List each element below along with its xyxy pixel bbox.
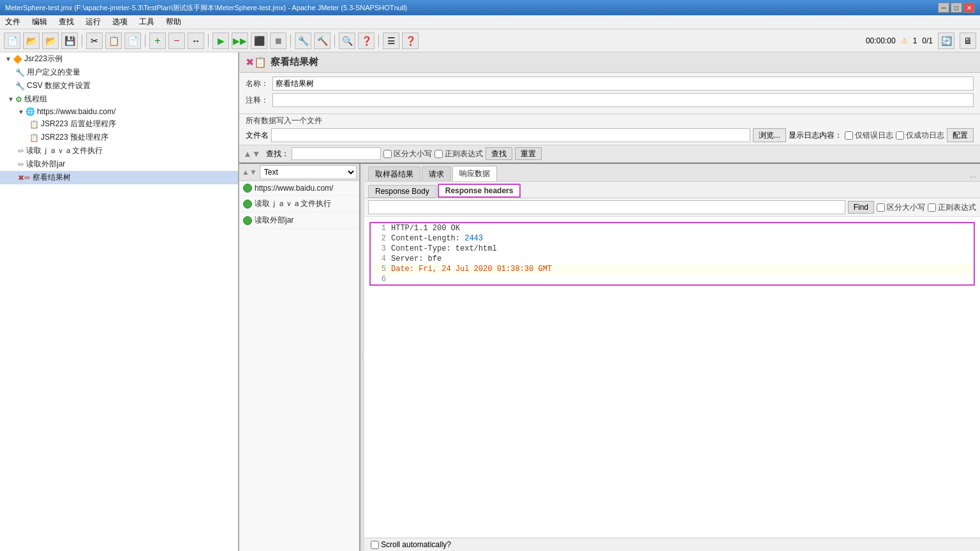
regex-label[interactable]: 正则表达式 [434,149,483,159]
detail-search-input[interactable] [368,200,845,214]
list-item-baidu[interactable]: https://www.baidu.com/ [239,181,359,196]
file-input[interactable] [271,128,750,142]
response-line-5: 5 Date: Fri, 24 Jul 2020 01:38:30 GMT [371,264,974,274]
detail-case-label[interactable]: 区分大小写 [877,202,925,213]
reset-button[interactable]: 重置 [515,147,542,160]
find-button[interactable]: 查找 [486,147,512,160]
expand-jsr223[interactable]: ▼ [5,55,11,62]
tree-label-jsr223-pre: JSR223 预处理程序 [41,132,108,143]
tree-item-view-results[interactable]: ✖✏ 察看结果树 [0,171,238,184]
list-view-button[interactable]: ☰ [383,33,399,49]
expand-button[interactable]: ↔ [188,33,204,49]
name-input[interactable] [272,77,974,91]
tree-item-read-jar[interactable]: ✏ 读取外部jar [0,158,238,171]
view-type-dropdown[interactable]: Text RegExp Tester CSS/JQuery Tester XPa… [260,165,357,179]
expand-thread[interactable]: ▼ [8,96,14,103]
response-line-3: 3 Content-Type: text/html [371,244,974,254]
counter: 0/1 [922,36,933,45]
add-button[interactable]: + [149,33,166,49]
menu-run[interactable]: 运行 [83,16,103,28]
revert-button[interactable]: 📂 [42,33,59,49]
file-section-label: 所有数据写入一个文件 [246,115,974,126]
tree-item-thread-group[interactable]: ▼ ⚙ 线程组 [0,92,238,106]
case-sensitive-checkbox[interactable] [383,150,392,158]
search-button[interactable]: 🔍 [339,33,355,49]
tree-item-jsr223-pre[interactable]: 📋 JSR223 预处理程序 [0,131,238,144]
success-log-checkbox[interactable] [896,131,904,140]
detail-regex-label[interactable]: 正则表达式 [928,202,976,213]
comment-input[interactable] [272,93,974,107]
list-item-java[interactable]: 读取ｊａｖａ文件执行 [239,196,359,212]
regex-checkbox[interactable] [434,150,443,158]
menu-file[interactable]: 文件 [3,16,23,28]
browse-button[interactable]: 浏览... [753,128,786,142]
error-log-label[interactable]: 仅错误日志 [845,130,893,141]
clear-all-button[interactable]: 🔨 [314,33,330,49]
minimize-button[interactable]: ─ [938,3,949,13]
tree-item-read-java[interactable]: ✏ 读取ｊａｖａ文件执行 [0,144,238,158]
menu-tools[interactable]: 工具 [137,16,157,28]
config-button[interactable]: 配置 [947,128,974,142]
expand-baidu[interactable]: ▼ [18,108,24,115]
help-button[interactable]: ❓ [358,33,375,49]
help2-button[interactable]: ❓ [402,33,419,49]
new-button[interactable]: 📄 [4,33,20,49]
detail-case-checkbox[interactable] [877,203,885,212]
scroll-auto-label[interactable]: Scroll automatically? [371,540,451,549]
detail-regex-checkbox[interactable] [928,203,936,212]
line1-text: HTTP/1.1 200 OK [391,224,460,233]
scroll-auto-checkbox[interactable] [371,541,379,549]
window-title: MeterSphere-test.jmx (F:\apache-jmeter-5… [5,3,407,13]
line2-val: 2443 [464,234,483,243]
menu-options[interactable]: 选项 [110,16,130,28]
case-sensitive-label[interactable]: 区分大小写 [383,149,432,159]
sub-tab-body[interactable]: Response Body [368,185,436,198]
tree-item-csv[interactable]: 🔧 CSV 数据文件设置 [0,79,238,92]
tree-item-jsr223[interactable]: ▼ 🔶 Jsr223示例 [0,52,238,66]
tab-response-data[interactable]: 响应数据 [452,166,497,181]
bottom-bar: Scroll automatically? [364,538,980,551]
line-content-4: Server: bfe [391,254,442,263]
tree-label-view-results: 察看结果树 [33,172,71,183]
copy-button[interactable]: 📋 [105,33,122,49]
save-button[interactable]: 💾 [61,33,78,49]
window-controls[interactable]: ─ □ ✕ [938,3,975,13]
list-items: https://www.baidu.com/ 读取ｊａｖａ文件执行 读取外部ja… [239,181,359,551]
list-item-java-label: 读取ｊａｖａ文件执行 [255,198,331,209]
menu-edit[interactable]: 编辑 [29,16,50,28]
maximize-button[interactable]: □ [951,3,962,13]
remote-button[interactable]: 🖥 [960,33,976,49]
list-item-jar[interactable]: 读取外部jar [239,212,359,229]
list-toolbar: ▲▼ Text RegExp Tester CSS/JQuery Tester … [239,164,359,181]
tree-item-jsr223-post[interactable]: 📋 JSR223 后置处理程序 [0,117,238,131]
menu-help[interactable]: 帮助 [163,16,184,28]
paste-button[interactable]: 📄 [124,33,141,49]
line4-text: Server: bfe [391,254,442,263]
run-button[interactable]: ▶ [212,33,229,49]
clear-button[interactable]: 🔧 [295,33,311,49]
response-content[interactable]: 1 HTTP/1.1 200 OK 2 Content-Length: 2443 [364,217,980,538]
cut-button[interactable]: ✂ [86,33,103,49]
tab-request[interactable]: 请求 [422,166,451,181]
stop-now-button[interactable]: ⏹ [270,33,286,49]
open-button[interactable]: 📂 [23,33,40,49]
sep6 [378,34,379,47]
sub-tab-headers[interactable]: Response headers [438,184,521,198]
panel-title: 察看结果树 [271,56,318,68]
tree-item-baidu[interactable]: ▼ 🌐 https://www.baidu.com/ [0,106,238,117]
stop-button[interactable]: ⬛ [251,33,267,49]
detail-find-button[interactable]: Find [848,201,874,214]
remove-button[interactable]: − [168,33,185,49]
error-log-checkbox[interactable] [845,131,853,140]
jsr223-icon: 🔶 [13,55,22,64]
refresh-button[interactable]: 🔄 [938,33,954,49]
tree-label-jsr223-post: JSR223 后置处理程序 [41,119,116,129]
tab-sample-result[interactable]: 取样器结果 [368,166,420,181]
success-log-label[interactable]: 仅成功日志 [896,130,944,141]
menu-find[interactable]: 查找 [56,16,77,28]
left-panel: ▼ 🔶 Jsr223示例 🔧 用户定义的变量 🔧 CSV 数据文件设置 ▼ ⚙ … [0,52,239,551]
tree-item-user-vars[interactable]: 🔧 用户定义的变量 [0,66,238,79]
close-button[interactable]: ✕ [963,3,975,13]
search-input[interactable] [292,147,381,160]
run-all-button[interactable]: ▶▶ [232,33,248,49]
